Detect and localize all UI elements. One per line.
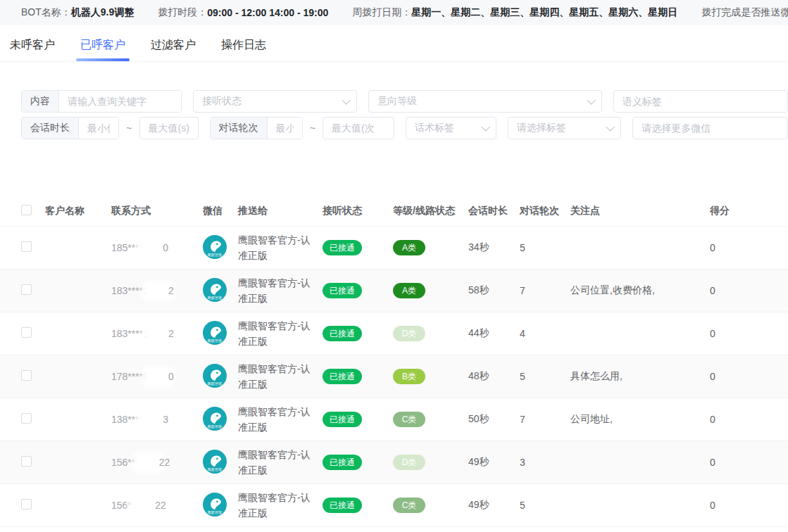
duration-cell: 49秒 [468, 456, 520, 469]
svg-text:鹰眼智客: 鹰眼智客 [207, 295, 222, 300]
table-row[interactable]: 156**22 鹰眼智客 鹰眼智客官方-认准正版 已接通 C类 49秒 5 0 [0, 484, 788, 527]
weekday-value: 星期一、星期二、星期三、星期四、星期五、星期六、星期日 [411, 6, 677, 19]
push-target-cell: 鹰眼智客官方-认准正版 [238, 447, 323, 478]
dial-period-value: 09:00 - 12:00 14:00 - 19:00 [207, 7, 328, 18]
duration-cell: 50秒 [468, 413, 520, 426]
table-row[interactable]: 183****12 鹰眼智客 鹰眼智客官方-认准正版 已接通 D类 44秒 4 … [0, 312, 788, 355]
svg-text:鹰眼智客: 鹰眼智客 [207, 381, 222, 386]
redaction-blur [146, 329, 170, 339]
row-checkbox[interactable] [21, 456, 32, 467]
table-body: 185****0 鹰眼智客 鹰眼智客官方-认准正版 已接通 A类 34秒 5 0… [0, 227, 788, 527]
push-target-cell: 鹰眼智客官方-认准正版 [238, 275, 323, 306]
tab-operation-log[interactable]: 操作日志 [218, 38, 269, 61]
header-wechat: 微信 [203, 205, 238, 217]
duration-max-input[interactable] [139, 117, 199, 139]
duration-cell: 48秒 [468, 370, 520, 383]
called-customers-table: 客户名称 联系方式 微信 推送给 接听状态 等级/线路状态 会话时长 对话轮次 … [0, 196, 788, 527]
tab-uncalled-customers[interactable]: 未呼客户 [7, 38, 58, 61]
duration-min-input[interactable] [79, 118, 118, 139]
chevron-down-icon [587, 96, 596, 105]
bot-name-item: BOT名称： 机器人9.9调整 [21, 6, 134, 19]
tab-bar: 未呼客户 已呼客户 过滤客户 操作日志 [0, 25, 788, 62]
rounds-min-input[interactable] [268, 118, 302, 139]
bot-info-bar: BOT名称： 机器人9.9调整 拨打时段： 09:00 - 12:00 14:0… [0, 0, 788, 25]
level-badge: D类 [393, 326, 425, 341]
answer-status-badge: 已接通 [323, 240, 362, 255]
focus-cell: 公司位置,收费价格, [570, 284, 710, 297]
content-keyword-input[interactable] [59, 91, 181, 112]
wechat-avatar-icon: 鹰眼智客 [203, 364, 227, 388]
header-duration: 会话时长 [468, 205, 520, 217]
score-cell: 0 [710, 328, 766, 339]
table-row[interactable]: 183****12 鹰眼智客 鹰眼智客官方-认准正版 已接通 A类 58秒 7 … [0, 270, 788, 312]
active-tab-underline [76, 58, 130, 61]
push-target-cell: 鹰眼智客官方-认准正版 [238, 404, 323, 435]
table-row[interactable]: 185****0 鹰眼智客 鹰眼智客官方-认准正版 已接通 A类 34秒 5 0 [0, 227, 788, 270]
more-wechat-input[interactable] [632, 117, 788, 139]
tilde-separator: ~ [126, 122, 132, 134]
answer-status-badge: 已接通 [323, 498, 362, 513]
weekday-item: 周拨打日期： 星期一、星期二、星期三、星期四、星期五、星期六、星期日 [352, 6, 677, 19]
svg-text:鹰眼智客: 鹰眼智客 [207, 338, 222, 343]
select-all-checkbox[interactable] [21, 205, 32, 215]
level-badge: A类 [393, 283, 425, 298]
focus-cell: 具体怎么用, [570, 370, 710, 383]
rounds-cell: 7 [520, 285, 570, 296]
dial-period-item: 拨打时段： 09:00 - 12:00 14:00 - 19:00 [158, 6, 328, 19]
answer-status-badge: 已接通 [323, 283, 362, 298]
bot-name-label: BOT名称： [21, 6, 71, 19]
wechat-avatar-icon: 鹰眼智客 [203, 493, 227, 517]
level-badge: C类 [393, 412, 425, 427]
rounds-cell: 5 [520, 371, 570, 382]
listen-status-select[interactable]: 接听状态 [193, 90, 357, 113]
duration-cell: 49秒 [468, 499, 520, 512]
semantic-tag-input[interactable] [613, 90, 788, 113]
phone-cell: 183****12 [111, 328, 203, 340]
redaction-blur [141, 414, 165, 425]
header-rounds: 对话轮次 [520, 205, 570, 217]
tab-called-customers[interactable]: 已呼客户 [77, 38, 128, 61]
push-target-cell: 鹰眼智客官方-认准正版 [238, 490, 323, 521]
table-row[interactable]: 138****3 鹰眼智客 鹰眼智客官方-认准正版 已接通 C类 50秒 7 公… [0, 398, 788, 441]
row-checkbox[interactable] [21, 370, 32, 381]
phone-cell: 178****90 [111, 371, 203, 383]
row-checkbox[interactable] [21, 413, 32, 424]
rounds-cell: 5 [520, 500, 570, 511]
table-row[interactable]: 156***22 鹰眼智客 鹰眼智客官方-认准正版 已接通 D类 49秒 3 0 [0, 441, 788, 484]
weekday-label: 周拨打日期： [352, 6, 411, 19]
chevron-down-icon [342, 96, 351, 105]
select-tag-select[interactable]: 请选择标签 [508, 117, 622, 139]
filter-row-2: 会话时长 ~ 对话轮次 ~ 话术标签 请选择标签 [21, 117, 788, 139]
header-push-to: 推送给 [238, 205, 323, 217]
push-target-cell: 鹰眼智客官方-认准正版 [238, 232, 323, 263]
rounds-max-input[interactable] [323, 117, 394, 139]
row-checkbox[interactable] [21, 241, 32, 252]
content-filter-group: 内容 [21, 90, 182, 113]
table-header: 客户名称 联系方式 微信 推送给 接听状态 等级/线路状态 会话时长 对话轮次 … [0, 196, 788, 227]
intent-level-select[interactable]: 意向等级 [368, 90, 602, 113]
focus-cell: 公司地址, [570, 413, 710, 426]
wechat-avatar-icon: 鹰眼智客 [203, 278, 227, 302]
push-target-cell: 鹰眼智客官方-认准正版 [238, 318, 323, 349]
row-checkbox[interactable] [21, 499, 32, 509]
row-checkbox[interactable] [21, 284, 32, 295]
filter-panel: 内容 接听状态 意向等级 会话时长 ~ 对话轮次 ~ 话术标签 请 [0, 90, 788, 139]
tab-filtered-customers[interactable]: 过滤客户 [148, 38, 199, 61]
content-filter-label: 内容 [22, 91, 59, 112]
table-row[interactable]: 178****90 鹰眼智客 鹰眼智客官方-认准正版 已接通 B类 48秒 5 … [0, 355, 788, 398]
rounds-cell: 5 [520, 242, 570, 253]
wechat-avatar-icon: 鹰眼智客 [203, 450, 227, 474]
duration-cell: 58秒 [468, 284, 520, 297]
wechat-avatar-icon: 鹰眼智客 [203, 235, 227, 259]
duration-cell: 44秒 [468, 327, 520, 340]
header-score: 得分 [710, 205, 766, 217]
score-cell: 0 [710, 457, 766, 468]
push-target-cell: 鹰眼智客官方-认准正版 [238, 361, 323, 392]
answer-status-badge: 已接通 [323, 326, 362, 341]
duration-cell: 34秒 [468, 241, 520, 254]
tilde-separator: ~ [310, 122, 315, 134]
rounds-cell: 7 [520, 414, 570, 425]
score-cell: 0 [710, 371, 766, 382]
script-tag-select[interactable]: 话术标签 [406, 117, 496, 139]
row-checkbox[interactable] [21, 327, 32, 338]
